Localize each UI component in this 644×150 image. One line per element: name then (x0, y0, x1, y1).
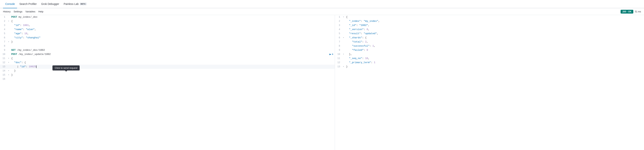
editor-line-16: 16 (0, 77, 335, 81)
output-line-12: 12 "_primary_term": 1 (335, 60, 644, 65)
editor-panel[interactable]: 1 POST my_index/_doc 2 ▾ { 3 "id": 1001,… (0, 15, 335, 150)
output-line-2: 2 "_index": "my_index", (335, 19, 644, 23)
editor-line-11: 11 ▾ { (0, 56, 335, 60)
editor-line-3: 3 "id": 1001, (0, 23, 335, 27)
editor-line-8: 8 (0, 44, 335, 48)
output-line-4: 4 "_version": 8, (335, 27, 644, 32)
history-button[interactable]: History (3, 9, 10, 14)
settings-button[interactable]: Settings (14, 9, 22, 14)
output-editor: 1 ▾ { 2 "_index": "my_index", 3 "_id": "… (335, 15, 644, 69)
editor-line-4: 4 "name": "alan", (0, 27, 335, 32)
line-actions: ▶ ⚙ (330, 52, 335, 56)
output-line-5: 5 "result": "updated", (335, 32, 644, 36)
editor-container: 1 POST my_index/_doc 2 ▾ { 3 "id": 1001,… (0, 15, 644, 150)
editor-line-9: 9 GET /my_index/_doc/1002 (0, 48, 335, 52)
tab-painless-lab-label: Painless Lab (64, 3, 79, 6)
output-line-3: 3 "_id": "1002", (335, 23, 644, 27)
status-time: 51 ms (635, 10, 641, 13)
output-panel: 1 ▾ { 2 "_index": "my_index", 3 "_id": "… (335, 15, 644, 150)
tab-grok-debugger[interactable]: Grok Debugger (39, 0, 62, 8)
output-line-11: 11 "_seq_no": 10, (335, 56, 644, 60)
editor-line-12: 12 ▾ "doc": { (0, 60, 335, 65)
output-line-6: 6 ▾ "_shards": { (335, 36, 644, 40)
output-line-10: 10 ▾ }, (335, 52, 644, 56)
beta-badge: BETA (80, 3, 86, 5)
editor-line-6: 6 "city": "shanghai" (0, 36, 335, 40)
status-bar: 200 - OK 51 ms (620, 8, 641, 15)
editor-line-14: 14 ▾ } (0, 69, 335, 73)
output-line-7: 7 "total": 2, (335, 40, 644, 44)
output-line-13: 13 ▾ } (335, 65, 644, 69)
editor-line-13: 13 | "id": 10025 (0, 65, 335, 69)
help-button[interactable]: Help (38, 9, 44, 14)
toolbar: History Settings Variables Help (0, 8, 644, 15)
run-icon[interactable]: ▶ (330, 52, 331, 56)
top-nav: Console Search Profiler Grok Debugger Pa… (0, 0, 644, 8)
output-line-9: 9 "failed": 0 (335, 48, 644, 52)
tab-search-profiler-label: Search Profiler (19, 3, 37, 6)
tab-painless-lab[interactable]: Painless Lab BETA (62, 0, 89, 8)
status-ok-badge: 200 - OK (620, 10, 634, 14)
editor-line-1: 1 POST my_index/_doc (0, 15, 335, 19)
tab-console[interactable]: Console (3, 0, 17, 8)
editor-line-2: 2 ▾ { (0, 19, 335, 23)
editor-line-10: 10 POST /my_index/_update/1002 ▶ ⚙ (0, 52, 335, 56)
editor-line-7: 7 ▾ } (0, 40, 335, 44)
tab-console-label: Console (5, 3, 15, 6)
editor-line-15: 15 ▾ } (0, 73, 335, 77)
variables-button[interactable]: Variables (25, 9, 35, 14)
editor-line-5: 5 "age": 18, (0, 32, 335, 36)
output-line-8: 8 "successful": 1, (335, 44, 644, 48)
tab-search-profiler[interactable]: Search Profiler (17, 0, 39, 8)
code-editor[interactable]: 1 POST my_index/_doc 2 ▾ { 3 "id": 1001,… (0, 15, 335, 150)
output-line-1: 1 ▾ { (335, 15, 644, 19)
wrench-icon[interactable]: ⚙ (332, 52, 333, 56)
tab-grok-debugger-label: Grok Debugger (41, 3, 59, 6)
